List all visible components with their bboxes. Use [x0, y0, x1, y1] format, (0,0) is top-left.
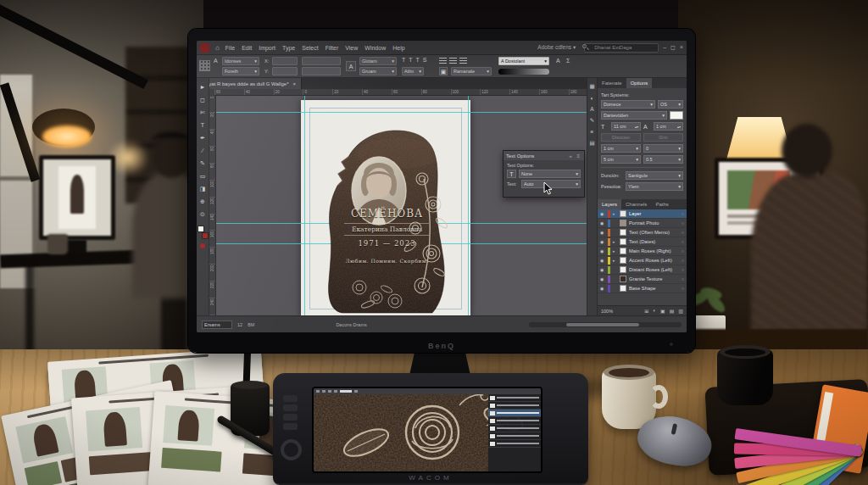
menu-item[interactable]: Edit — [242, 45, 252, 51]
mode-select[interactable]: Glotam▾ — [359, 57, 397, 65]
layer-fx-icon[interactable]: ○ — [682, 286, 684, 291]
visibility-eye-icon[interactable]: ◉ — [600, 267, 605, 272]
visibility-eye-icon[interactable]: ◉ — [600, 220, 605, 226]
layer-fx-icon[interactable]: ○ — [682, 230, 684, 235]
layer-fx-icon[interactable]: ○ — [682, 276, 684, 282]
expand-arrow-icon[interactable]: ▸ — [613, 248, 617, 254]
layer-fx-icon[interactable]: ○ — [682, 258, 684, 263]
collapse-icon[interactable]: « — [569, 153, 573, 159]
layer-fx-icon[interactable]: ○ — [682, 211, 684, 216]
color-swatches[interactable] — [198, 226, 209, 239]
position-select[interactable]: Ylem▾ — [626, 182, 683, 191]
layer-row[interactable]: ◉ ▸ Portrait Photo ○ — [598, 219, 687, 228]
y-field[interactable] — [272, 67, 298, 75]
layer-thumbnail[interactable] — [620, 266, 626, 273]
pen-tool[interactable]: ✒ — [198, 131, 209, 144]
visibility-eye-icon[interactable]: ◉ — [600, 276, 605, 282]
lasso-tool[interactable]: ✄ — [198, 106, 209, 119]
layer-name[interactable]: Text (Often Memo) — [629, 230, 679, 235]
visibility-eye-icon[interactable]: ◉ — [600, 248, 605, 254]
function-select[interactable]: Santigule▾ — [626, 171, 683, 180]
expand-arrow-icon[interactable]: ▸ — [613, 258, 617, 263]
layer-thumbnail[interactable] — [620, 248, 626, 254]
new-layer-icon[interactable]: ▤ — [670, 308, 675, 314]
close-button[interactable]: × — [680, 44, 683, 51]
layer-thumbnail[interactable] — [620, 229, 626, 236]
indent-field[interactable]: 5 cm▾ — [601, 155, 641, 164]
disabled-button-2[interactable]: Grin — [643, 133, 683, 142]
align-right-icon[interactable] — [459, 58, 467, 64]
font-size-field[interactable]: 11 cm▴▾ — [611, 122, 641, 131]
menu-item[interactable]: Filter — [326, 45, 339, 51]
baseline-field[interactable]: 0▾ — [643, 144, 683, 153]
tab-channels[interactable]: Channels — [621, 199, 651, 209]
search-input[interactable] — [584, 43, 659, 53]
guide-vertical[interactable] — [468, 96, 469, 315]
scale-field[interactable]: 0.5▾ — [643, 155, 683, 164]
type-style-icon[interactable]: T — [416, 56, 420, 64]
leading-field[interactable]: 1 cm▴▾ — [654, 122, 683, 131]
layer-row[interactable]: ◉ ▸ Main Roses (Right) ○ — [598, 247, 687, 256]
type-style-icon[interactable]: S — [423, 56, 427, 64]
layer-thumbnail[interactable] — [620, 220, 626, 226]
canvas-area[interactable]: СЕМЁНОВА Екатерина Павловна 1971 — 2023 … — [216, 96, 587, 315]
menu-item[interactable]: Help — [392, 45, 404, 51]
layer-name[interactable]: Granite Texture — [629, 276, 679, 282]
menu-item[interactable]: Import — [259, 45, 275, 51]
tab-fatenate[interactable]: Fatenate — [598, 78, 626, 88]
mask-icon[interactable]: ▣ — [660, 308, 665, 314]
layer-row[interactable]: ◉ ▸ Text (Dates) ○ — [598, 237, 687, 247]
menu-item[interactable]: File — [225, 45, 235, 51]
layer-row[interactable]: ◉ ▸ Base Shape ○ — [598, 284, 687, 293]
layer-name[interactable]: Distant Roses (Left) — [629, 267, 679, 272]
x-field[interactable] — [272, 57, 298, 65]
tombstone-design[interactable]: СЕМЁНОВА Екатерина Павловна 1971 — 2023 … — [320, 120, 453, 315]
kerning-select[interactable]: Atlm▾ — [402, 67, 424, 75]
layer-fx-icon[interactable]: ○ — [682, 248, 684, 254]
layer-thumbnail[interactable] — [620, 285, 626, 292]
align-left-icon[interactable] — [439, 58, 447, 64]
horizontal-scrollbar[interactable] — [529, 322, 682, 327]
zoom-tool[interactable]: ⊙ — [198, 208, 209, 220]
color-icon[interactable]: ◐ — [591, 95, 594, 101]
layer-row[interactable]: ◉ ▸ Accent Roses (Left) ○ — [598, 256, 687, 265]
align-center-icon[interactable] — [449, 58, 457, 64]
anchor-icon[interactable]: A — [346, 61, 356, 71]
expand-arrow-icon[interactable]: ▸ — [613, 239, 617, 244]
paragraph-icon[interactable]: ≡ — [591, 129, 594, 135]
style-select-2[interactable]: Foreth▾ — [222, 67, 259, 75]
style-dropdown[interactable]: None▾ — [519, 170, 581, 178]
menu-item[interactable]: Select — [302, 45, 318, 51]
style-select[interactable]: Idonses▾ — [222, 57, 259, 65]
menu-item[interactable]: Type — [282, 45, 295, 51]
stroke-preview[interactable] — [498, 69, 549, 75]
character-icon[interactable]: A — [590, 106, 593, 112]
layer-row[interactable]: ◉ ▸ Distant Roses (Left) ○ — [598, 265, 687, 275]
tab-layers[interactable]: Layers — [598, 199, 621, 209]
link-icon[interactable]: ⊞ — [644, 308, 648, 314]
hand-tool[interactable]: ⊕ — [198, 195, 209, 208]
document-tab[interactable]: Mayat R bayes ddde as dull G Wallge* × — [197, 78, 302, 89]
menu-item[interactable]: View — [345, 45, 358, 51]
workspace-switcher[interactable]: Adobe cdfens ▾ — [537, 44, 576, 51]
layer-thumbnail[interactable] — [620, 238, 626, 245]
background-color-swatch[interactable] — [202, 232, 209, 239]
tab-paths[interactable]: Paths — [651, 199, 672, 209]
sigma-icon[interactable]: Σ — [566, 57, 570, 65]
layer-thumbnail[interactable] — [620, 276, 626, 282]
brushes-icon[interactable]: ✎ — [590, 117, 594, 124]
layer-row[interactable]: ◉ ▸ Layer ○ — [598, 209, 687, 219]
font-select[interactable]: A Dostolant▾ — [498, 57, 549, 65]
shape-tool[interactable]: ◨ — [198, 182, 209, 195]
fill-color-swatch[interactable] — [670, 111, 683, 120]
mode-select-2[interactable]: Gruam▾ — [359, 67, 397, 75]
expand-arrow-icon[interactable]: ▸ — [613, 211, 617, 216]
swatches-icon[interactable]: ▦ — [589, 83, 594, 90]
visibility-eye-icon[interactable]: ◉ — [600, 258, 605, 263]
font-family-select[interactable]: Domece▾ — [601, 100, 655, 109]
restore-button[interactable]: ◻ — [670, 44, 676, 51]
close-tab-icon[interactable]: × — [293, 81, 297, 86]
zoom-field[interactable]: Ersams — [202, 321, 232, 329]
libraries-icon[interactable]: ▤ — [589, 140, 594, 147]
layer-fx-icon[interactable]: ○ — [682, 267, 684, 272]
